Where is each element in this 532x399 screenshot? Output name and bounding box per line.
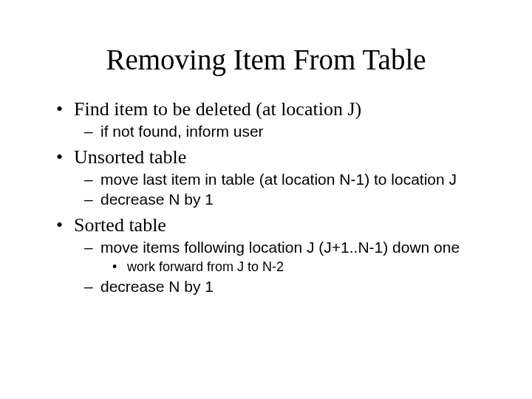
bullet-level2: decrease N by 1 [53,191,502,208]
bullet-level1: Find item to be deleted (at location J) [53,98,502,120]
slide-content: Find item to be deleted (at location J) … [53,98,502,296]
bullet-level2: move items following location J (J+1..N-… [53,239,502,256]
bullet-level3: work forward from J to N-2 [53,259,502,275]
bullet-level2: if not found, inform user [53,123,502,140]
slide-title: Removing Item From Table [0,43,532,76]
bullet-level1: Sorted table [53,214,502,236]
bullet-level2: move last item in table (at location N-1… [53,171,502,188]
bullet-level1: Unsorted table [53,146,502,168]
slide: Removing Item From Table Find item to be… [0,43,532,399]
bullet-level2: decrease N by 1 [53,278,502,296]
